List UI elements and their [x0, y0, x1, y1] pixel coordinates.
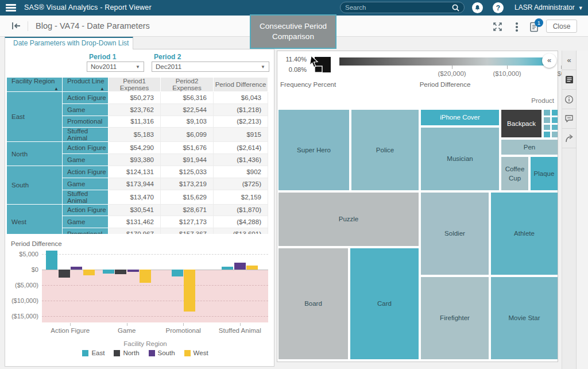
search-icon[interactable] — [452, 4, 459, 11]
report-doc-icon[interactable]: 1 — [529, 22, 539, 34]
value-cell[interactable]: $11,316 — [109, 116, 161, 128]
value-cell[interactable]: $50,273 — [109, 92, 161, 104]
back-icon[interactable] — [10, 21, 22, 31]
treemap-tile-puzzle[interactable]: Puzzle — [278, 193, 419, 246]
value-cell[interactable]: $22,544 — [161, 103, 214, 116]
value-cell[interactable]: ($725) — [214, 178, 268, 190]
region-cell[interactable]: North — [7, 142, 63, 166]
value-cell[interactable]: $902 — [214, 166, 268, 178]
value-cell[interactable]: $5,183 — [109, 128, 161, 142]
region-cell[interactable]: East — [7, 92, 63, 142]
column-header-period2-expenses[interactable]: Period2 Expenses — [161, 78, 214, 92]
bar-game-west[interactable] — [140, 270, 151, 283]
value-cell[interactable]: $15,629 — [161, 190, 214, 204]
value-cell[interactable]: $9,103 — [161, 116, 214, 128]
bar-stuffed-animal-south[interactable] — [234, 263, 246, 270]
product-line-cell[interactable]: Action Figure — [63, 142, 109, 154]
treemap-tile-plaque[interactable]: Plaque — [531, 157, 558, 190]
value-cell[interactable]: $28,671 — [161, 204, 214, 216]
value-cell[interactable]: $157,367 — [161, 228, 214, 234]
value-cell[interactable]: $56,316 — [161, 92, 214, 104]
value-cell[interactable]: $13,470 — [109, 190, 161, 204]
value-cell[interactable]: $30,541 — [109, 204, 161, 216]
treemap-tile-musician[interactable]: Musician — [421, 128, 499, 190]
bar-promotional-west[interactable] — [184, 270, 195, 312]
value-cell[interactable]: ($2,614) — [214, 142, 268, 154]
treemap-tile-small[interactable] — [544, 125, 550, 130]
treemap-tile-police[interactable]: Police — [351, 110, 419, 190]
share-icon[interactable] — [562, 129, 576, 148]
product-line-cell[interactable]: Stuffed Animal — [63, 128, 109, 142]
product-line-cell[interactable]: Promotional — [63, 228, 109, 234]
value-cell[interactable]: $127,173 — [161, 216, 214, 228]
bar-action-figure-west[interactable] — [83, 270, 95, 275]
value-cell[interactable]: $6,099 — [161, 128, 214, 142]
treemap-tile-iphone-cover[interactable]: iPhone Cover — [421, 110, 499, 125]
value-cell[interactable]: $124,131 — [109, 166, 161, 178]
bar-action-figure-north[interactable] — [59, 270, 70, 278]
legend-item-north[interactable]: North — [114, 349, 139, 356]
column-header-period-difference[interactable]: Period Difference — [214, 78, 268, 92]
product-line-cell[interactable]: Action Figure — [63, 92, 109, 104]
alerts-bell-icon[interactable] — [472, 2, 483, 13]
value-cell[interactable]: $91,944 — [161, 154, 214, 166]
value-cell[interactable]: $23,762 — [109, 103, 161, 116]
value-cell[interactable]: $173,219 — [161, 178, 214, 190]
tab-date-parameters[interactable]: Date Parameters with Drop-Down List — [5, 37, 133, 49]
treemap-tile-small[interactable] — [544, 117, 550, 123]
info-icon[interactable] — [562, 90, 576, 109]
treemap-tile-soldier[interactable]: Soldier — [421, 193, 489, 275]
bar-action-figure-south[interactable] — [71, 267, 82, 270]
treemap-tile-coffee-cup[interactable]: Coffee Cup — [501, 157, 528, 190]
value-cell[interactable]: ($13,601) — [214, 228, 268, 234]
bar-game-north[interactable] — [115, 270, 126, 274]
product-line-cell[interactable]: Game — [63, 103, 109, 116]
bar-stuffed-animal-west[interactable] — [246, 266, 258, 270]
value-cell[interactable]: $170,967 — [109, 228, 161, 234]
table-of-contents-icon[interactable] — [562, 70, 576, 90]
value-cell[interactable]: $915 — [214, 128, 268, 142]
maximize-icon[interactable] — [493, 22, 502, 32]
treemap-tile-firefighter[interactable]: Firefighter — [421, 277, 489, 359]
period2-dropdown[interactable]: Dec2011 ▼ — [152, 62, 269, 72]
treemap-tile-small[interactable] — [552, 132, 558, 137]
period1-dropdown[interactable]: Nov2011 ▼ — [87, 62, 144, 72]
product-line-cell[interactable]: Promotional — [63, 116, 109, 128]
value-cell[interactable]: $173,944 — [109, 178, 161, 190]
treemap-tile-backpack[interactable]: Backpack — [501, 110, 541, 137]
treemap-tile-small[interactable] — [544, 110, 550, 116]
column-header-product-line[interactable]: Product Line▲ — [63, 78, 109, 92]
search-input[interactable] — [345, 4, 452, 11]
treemap-tile-board[interactable]: Board — [278, 248, 348, 359]
search-box[interactable] — [340, 2, 465, 13]
comments-icon[interactable] — [562, 109, 576, 129]
value-cell[interactable]: $2,159 — [214, 190, 268, 204]
value-cell[interactable]: ($2,213) — [214, 116, 268, 128]
treemap-tile-small[interactable] — [552, 117, 558, 123]
value-cell[interactable]: $125,033 — [161, 166, 214, 178]
bar-game-south[interactable] — [127, 270, 139, 272]
bar-stuffed-animal-east[interactable] — [222, 267, 233, 270]
legend-item-south[interactable]: South — [149, 349, 175, 356]
more-options-icon[interactable] — [516, 22, 518, 33]
collapse-panel-icon[interactable]: « — [562, 51, 576, 70]
region-cell[interactable]: South — [7, 166, 63, 204]
menu-icon[interactable] — [6, 4, 16, 11]
value-cell[interactable]: ($4,288) — [214, 216, 268, 228]
treemap-tile-small[interactable] — [552, 125, 558, 130]
treemap-tile-athlete[interactable]: Athlete — [491, 193, 558, 275]
treemap-tile-super-hero[interactable]: Super Hero — [278, 110, 349, 190]
product-line-cell[interactable]: Action Figure — [63, 166, 109, 178]
treemap-tile-movie-star[interactable]: Movie Star — [491, 277, 558, 359]
value-cell[interactable]: ($1,218) — [214, 103, 268, 116]
region-cell[interactable]: West — [7, 204, 63, 234]
column-header-facility-region[interactable]: Facility Region▲ — [7, 78, 63, 92]
product-line-cell[interactable]: Game — [63, 154, 109, 166]
close-button[interactable]: Close — [546, 20, 577, 33]
help-icon[interactable]: ? — [493, 2, 504, 13]
product-line-cell[interactable]: Stuffed Animal — [63, 190, 109, 204]
value-cell[interactable]: $6,043 — [214, 92, 268, 104]
value-cell[interactable]: $93,380 — [109, 154, 161, 166]
user-menu[interactable]: LASR Administrator▼ — [514, 3, 583, 11]
treemap-tile-small[interactable] — [544, 132, 550, 137]
